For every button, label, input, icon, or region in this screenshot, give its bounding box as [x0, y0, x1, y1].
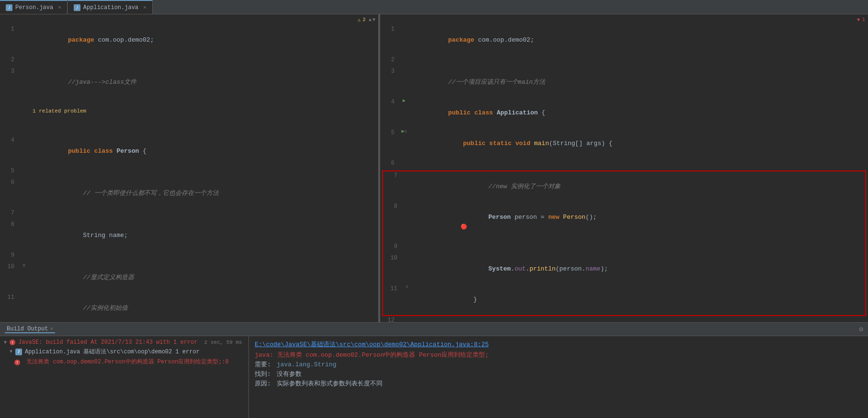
line-num-l11: 11 — [0, 293, 19, 301]
code-line-left-6: 6 // 一个类即使什么都不写，它也会存在一个方法 — [0, 178, 378, 209]
build-error-header[interactable]: ▼ ! JavaSE: build failed At 2021/7/13 21… — [0, 338, 248, 347]
line-num-r11: 11 — [383, 284, 402, 292]
build-right-panel: E:\code\JavaSE\基础语法\src\com\oop\demo02\A… — [249, 336, 868, 418]
line-content-l8: String name; — [29, 220, 378, 251]
build-output-tab[interactable]: Build Output × — [5, 326, 55, 333]
tab-application-close[interactable]: × — [143, 5, 147, 11]
build-error-header-text: JavaSE: build failed At 2021/7/13 21:43 … — [18, 339, 197, 346]
fold-icon-r11[interactable]: ⊟ — [406, 284, 408, 289]
line-num-l2: 2 — [0, 56, 19, 63]
right-code-content[interactable]: 1 package com.oop.demo02; 2 3 //一个项目应该只有… — [380, 25, 868, 322]
reason-value: 实际参数列表和形式参数列表长度不同 — [277, 380, 383, 387]
build-tab-label: Build Output — [7, 326, 48, 332]
line-content-l10: //显式定义构造器 — [29, 262, 378, 293]
build-error-detail[interactable]: ! 无法将类 com.oop.demo02.Person中的构造器 Person… — [0, 357, 248, 367]
build-file-label: Application.java 基础语法\src\com\oop\demo02… — [25, 348, 200, 356]
line-content-l6: // 一个类即使什么都不写，它也会存在一个方法 — [29, 178, 378, 209]
right-editor-toolbar: ● 1 — [380, 14, 868, 25]
build-tab-close[interactable]: × — [50, 326, 53, 332]
reason-label: 原因: — [255, 380, 271, 387]
line-num-r6: 6 — [380, 159, 399, 167]
line-content-l3: //java--->class文件 1 related problem — [29, 67, 378, 136]
error-dot-main: ! — [10, 339, 15, 345]
line-num-r5: 5 — [380, 128, 399, 136]
code-line-right-2: 2 — [380, 56, 868, 67]
code-line-left-11: 11 //实例化初始值 — [0, 293, 378, 322]
tab-application-label: Application.java — [83, 4, 138, 11]
java-file-icon-right: J — [74, 4, 80, 11]
line-content-r5: public static void main(String[] args) { — [409, 128, 868, 159]
line-num-l6: 6 — [0, 178, 19, 186]
java-file-icon-build: J — [15, 349, 22, 355]
build-content: ▼ ! JavaSE: build failed At 2021/7/13 21… — [0, 336, 868, 418]
line-num-r2: 2 — [380, 56, 399, 63]
gutter-r5: ▶ ⊟ — [399, 128, 409, 134]
error-dot-detail: ! — [14, 360, 20, 365]
line-content-r2 — [409, 56, 868, 67]
nav-down-left[interactable]: ▼ — [372, 17, 375, 23]
left-editor-toolbar: ⚠ 2 ▲ ▼ — [0, 14, 378, 25]
line-content-r6 — [409, 159, 868, 170]
line-num-r12: 12 — [380, 316, 399, 322]
line-num-r3: 3 — [380, 67, 399, 75]
line-num-r4: 4 — [380, 98, 399, 105]
left-code-content[interactable]: 1 package com.oop.demo02; 2 3 //java--->… — [0, 25, 378, 322]
line-content-r4: public class Application { — [409, 98, 868, 128]
code-line-left-9: 9 — [0, 251, 378, 262]
line-content-l9 — [29, 251, 378, 262]
warning-badge-left: ⚠ 2 — [358, 17, 366, 23]
code-line-right-6: 6 — [380, 159, 868, 170]
line-num-r7: 7 — [383, 171, 402, 179]
time-badge: 2 sec, 59 ms — [204, 339, 242, 345]
fold-icon-r5[interactable]: ⊟ — [405, 129, 407, 134]
code-line-left-2: 2 — [0, 56, 378, 67]
expand-arrow-main[interactable]: ▼ — [4, 340, 7, 345]
line-content-r12 — [409, 316, 868, 322]
line-content-r10: System.out.println(person.name); — [412, 254, 865, 284]
gutter-l10: ⊖ — [19, 262, 29, 268]
build-link-text[interactable]: E:\code\JavaSE\基础语法\src\com\oop\demo02\A… — [255, 341, 489, 348]
found-label: 找到: — [255, 371, 271, 378]
nav-up-left[interactable]: ▲ — [369, 17, 372, 23]
line-content-r1: package com.oop.demo02; — [409, 25, 868, 56]
left-editor-pane: ⚠ 2 ▲ ▼ 1 package com.oop.demo02; 2 — [0, 14, 378, 322]
code-line-left-8: 8 String name; — [0, 220, 378, 251]
build-panel: Build Output × ⚙ ▼ ! JavaSE: build faile… — [0, 322, 868, 418]
tab-person-java[interactable]: J Person.java × — [0, 0, 68, 14]
run-icon-r4[interactable]: ▶ — [403, 98, 406, 103]
code-line-left-4: 4 public class Person { — [0, 136, 378, 167]
editor-area: ⚠ 2 ▲ ▼ 1 package com.oop.demo02; 2 — [0, 14, 868, 322]
code-line-right-5: 5 ▶ ⊟ public static void main(String[] a… — [380, 128, 868, 159]
code-line-left-1: 1 package com.oop.demo02; — [0, 25, 378, 56]
build-left-panel: ▼ ! JavaSE: build failed At 2021/7/13 21… — [0, 336, 249, 418]
found-value: 没有参数 — [277, 371, 302, 378]
build-right-need: 需要: java.lang.String — [255, 360, 862, 369]
error-badge-right: ● 1 — [857, 17, 865, 23]
fold-icon-l10[interactable]: ⊖ — [23, 262, 25, 268]
build-right-found: 找到: 没有参数 — [255, 370, 862, 378]
related-problem-1: 1 related problem — [31, 106, 376, 116]
tab-person-close[interactable]: × — [58, 5, 61, 11]
line-content-l2 — [29, 56, 378, 67]
line-num-l7: 7 — [0, 209, 19, 216]
settings-gear-icon[interactable]: ⚙ — [859, 325, 863, 333]
code-line-right-3: 3 //一个项目应该只有一个main方法 — [380, 67, 868, 98]
code-line-left-10: 10 ⊖ //显式定义构造器 — [0, 262, 378, 293]
line-content-l1: package com.oop.demo02; — [29, 25, 378, 56]
code-line-right-7: 7 //new 实例化了一个对象 — [383, 171, 865, 202]
line-content-r3: //一个项目应该只有一个main方法 — [409, 67, 868, 98]
code-line-left-3: 3 //java--->class文件 1 related problem — [0, 67, 378, 136]
code-line-right-12: 12 — [380, 316, 868, 322]
warning-icon-left: ⚠ — [358, 17, 361, 23]
build-right-link[interactable]: E:\code\JavaSE\基础语法\src\com\oop\demo02\A… — [255, 340, 862, 349]
code-line-right-11: 11 ⊟ } — [383, 284, 865, 315]
build-file-item[interactable]: ▼ J Application.java 基础语法\src\com\oop\de… — [0, 347, 248, 357]
tab-person-label: Person.java — [15, 4, 53, 11]
code-line-right-8: 8 Person person = new Person(); 🔴 — [383, 202, 865, 242]
tab-bar: J Person.java × J Application.java × — [0, 0, 868, 14]
line-content-r8: Person person = new Person(); 🔴 — [412, 202, 865, 242]
tab-application-java[interactable]: J Application.java × — [68, 0, 153, 14]
expand-arrow-file[interactable]: ▼ — [10, 349, 12, 354]
line-num-l3: 3 — [0, 67, 19, 75]
code-line-left-5: 5 — [0, 167, 378, 178]
